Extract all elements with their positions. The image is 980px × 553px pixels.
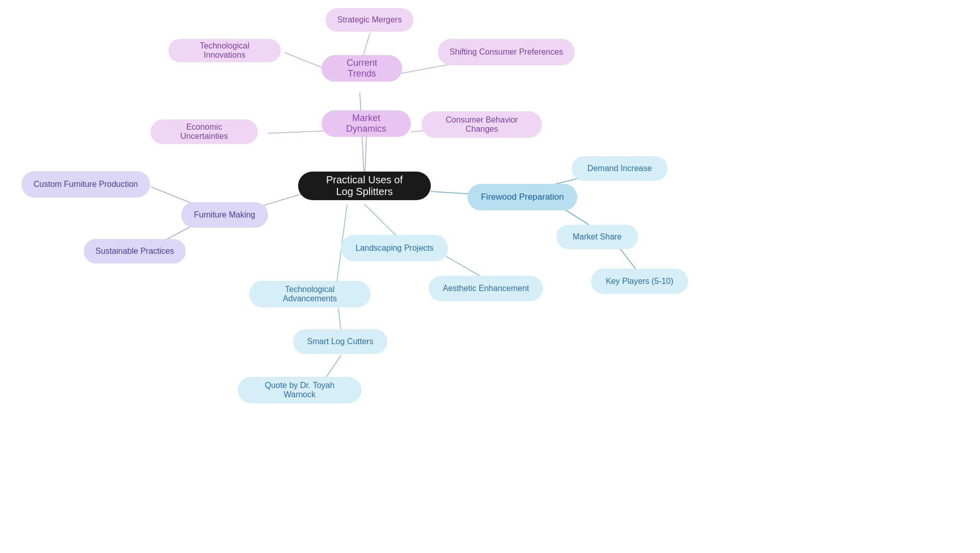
- center-label: Practical Uses of Log Splitters: [316, 174, 412, 198]
- market-share-node[interactable]: Market Share: [556, 225, 638, 249]
- demand-increase-node[interactable]: Demand Increase: [572, 156, 668, 181]
- key-players-node[interactable]: Key Players (5-10): [591, 269, 688, 294]
- demand-increase-label: Demand Increase: [587, 164, 652, 173]
- smart-log-label: Smart Log Cutters: [307, 337, 374, 346]
- current-trends-label: Current Trends: [333, 58, 391, 79]
- furniture-making-label: Furniture Making: [194, 210, 255, 220]
- market-share-label: Market Share: [573, 232, 622, 242]
- tech-innovations-label: Technological Innovations: [180, 41, 270, 60]
- center-node[interactable]: Practical Uses of Log Splitters: [298, 172, 431, 200]
- aesthetic-enhancement-node[interactable]: Aesthetic Enhancement: [429, 276, 543, 301]
- quote-node[interactable]: Quote by Dr. Toyah Warnock: [238, 377, 361, 403]
- svg-line-0: [360, 93, 364, 183]
- aesthetic-label: Aesthetic Enhancement: [443, 284, 529, 293]
- key-players-label: Key Players (5-10): [606, 277, 674, 286]
- sustainable-practices-label: Sustainable Practices: [95, 247, 174, 256]
- tech-advancements-label: Technological Advancements: [260, 285, 359, 303]
- sustainable-practices-node[interactable]: Sustainable Practices: [84, 239, 186, 263]
- technological-innovations-node[interactable]: Technological Innovations: [168, 39, 281, 62]
- market-dynamics-node[interactable]: Market Dynamics: [322, 110, 411, 137]
- landscaping-label: Landscaping Projects: [356, 244, 434, 253]
- current-trends-node[interactable]: Current Trends: [322, 55, 402, 82]
- shifting-consumer-label: Shifting Consumer Preferences: [450, 47, 563, 57]
- shifting-consumer-node[interactable]: Shifting Consumer Preferences: [438, 39, 575, 65]
- firewood-label: Firewood Preparation: [481, 192, 564, 202]
- consumer-behavior-node[interactable]: Consumer Behavior Changes: [422, 111, 542, 138]
- strategic-mergers-label: Strategic Mergers: [337, 15, 402, 25]
- custom-furniture-node[interactable]: Custom Furniture Production: [21, 171, 150, 198]
- economic-uncertainties-node[interactable]: Economic Uncertainties: [151, 119, 258, 144]
- furniture-making-node[interactable]: Furniture Making: [181, 202, 268, 228]
- svg-line-14: [326, 355, 341, 378]
- landscaping-projects-node[interactable]: Landscaping Projects: [341, 235, 448, 261]
- market-dynamics-label: Market Dynamics: [333, 113, 400, 134]
- firewood-node[interactable]: Firewood Preparation: [468, 184, 577, 210]
- smart-log-node[interactable]: Smart Log Cutters: [293, 329, 387, 354]
- svg-line-13: [338, 308, 341, 331]
- strategic-mergers-node[interactable]: Strategic Mergers: [326, 8, 413, 32]
- custom-furniture-label: Custom Furniture Production: [34, 180, 138, 189]
- svg-line-10: [364, 204, 397, 236]
- quote-label: Quote by Dr. Toyah Warnock: [249, 381, 350, 399]
- economic-uncertainties-label: Economic Uncertainties: [162, 123, 247, 141]
- tech-advancements-node[interactable]: Technological Advancements: [249, 281, 371, 307]
- consumer-behavior-label: Consumer Behavior Changes: [433, 115, 531, 134]
